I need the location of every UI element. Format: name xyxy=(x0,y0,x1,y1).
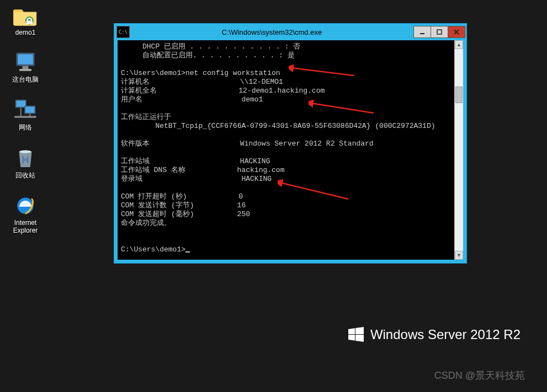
svg-rect-11 xyxy=(20,108,22,116)
os-branding: Windows Server 2012 R2 xyxy=(348,327,521,342)
folder-icon xyxy=(13,4,38,26)
cmd-line: COM 发送计数 (字节) 16 xyxy=(121,201,246,210)
this-pc[interactable]: 这台电脑 xyxy=(3,51,47,84)
computer-icon xyxy=(13,51,38,73)
cmd-line: 命令成功完成。 xyxy=(121,219,171,227)
icon-label: 回收站 xyxy=(15,171,35,180)
icon-label: demo1 xyxy=(15,29,36,36)
svg-rect-3 xyxy=(18,54,33,64)
cmd-line: COM 发送超时 (毫秒) 250 xyxy=(121,210,250,218)
cmd-line: 计算机全名 12-demo1.hacking.com xyxy=(121,87,325,95)
cmd-line: C:\Users\demo1>net config workstation xyxy=(121,69,280,77)
svg-rect-1 xyxy=(26,20,33,24)
cmd-window: C:\ C:\Windows\system32\cmd.exe DHCP 已启用… xyxy=(114,23,467,264)
cmd-line: 工作站正运行于 xyxy=(121,113,171,121)
annotation-arrow-1 xyxy=(289,65,355,78)
svg-point-13 xyxy=(19,150,31,153)
svg-rect-16 xyxy=(437,30,442,34)
ie-icon xyxy=(13,195,38,217)
recycle-bin[interactable]: 回收站 xyxy=(3,147,47,180)
annotation-arrow-2 xyxy=(309,100,375,115)
network[interactable]: 网络 xyxy=(3,99,47,132)
maximize-button[interactable] xyxy=(431,26,448,38)
cmd-prompt: C:\Users\demo1> xyxy=(121,245,185,254)
cmd-line: 用户名 demo1 xyxy=(121,95,263,104)
cmd-line: 计算机名 \\12-DEMO1 xyxy=(121,78,283,86)
svg-line-18 xyxy=(311,103,374,113)
close-button[interactable] xyxy=(448,26,465,38)
internet-explorer[interactable]: Internet Explorer xyxy=(3,195,47,234)
os-branding-text: Windows Server 2012 R2 xyxy=(370,327,521,342)
network-icon xyxy=(13,99,38,121)
svg-line-19 xyxy=(280,182,348,199)
svg-rect-15 xyxy=(420,33,424,34)
minimize-button[interactable] xyxy=(413,26,431,38)
cmd-line: NetBT_Tcpip_{CCF6766A-0799-4301-8A69-55F… xyxy=(121,122,436,130)
folder-demo1[interactable]: demo1 xyxy=(3,4,47,36)
svg-rect-12 xyxy=(29,114,30,116)
titlebar[interactable]: C:\ C:\Windows\system32\cmd.exe xyxy=(114,24,466,40)
icon-label: Internet Explorer xyxy=(13,219,38,234)
cmd-app-icon: C:\ xyxy=(116,26,130,38)
cmd-line: 工作站域 DNS 名称 hacking.com xyxy=(121,166,284,174)
scroll-down-button[interactable]: ▼ xyxy=(455,251,463,260)
cmd-line: DHCP 已启用 . . . . . . . . . . . : 否 xyxy=(121,42,300,51)
cmd-output[interactable]: DHCP 已启用 . . . . . . . . . . . : 否 自动配置已… xyxy=(118,40,454,260)
recycle-bin-icon xyxy=(13,147,38,169)
annotation-arrow-3 xyxy=(278,179,349,201)
icon-label: 网络 xyxy=(19,123,32,132)
cmd-line: 自动配置已启用. . . . . . . . . . : 是 xyxy=(121,51,295,60)
svg-rect-10 xyxy=(14,116,36,118)
cmd-line: 软件版本 Windows Server 2012 R2 Standard xyxy=(121,139,374,148)
window-title: C:\Windows\system32\cmd.exe xyxy=(130,28,414,36)
svg-rect-4 xyxy=(22,66,28,68)
window-buttons xyxy=(414,26,465,38)
cmd-line: COM 打开超时 (秒) 0 xyxy=(121,192,243,201)
scroll-up-button[interactable]: ▲ xyxy=(455,40,463,49)
svg-line-17 xyxy=(291,68,354,76)
scroll-track[interactable] xyxy=(455,49,463,251)
watermark-text: CSDN @景天科技苑 xyxy=(434,369,525,382)
icon-label: 这台电脑 xyxy=(12,75,39,84)
desktop-icons-column: demo1 这台电脑 网络 回收站 Internet Explorer xyxy=(3,4,47,249)
cmd-line: 登录域 HACKING xyxy=(121,175,272,183)
svg-rect-7 xyxy=(16,101,25,107)
scroll-thumb[interactable] xyxy=(455,87,463,103)
svg-rect-5 xyxy=(19,69,31,71)
svg-rect-9 xyxy=(25,107,34,113)
cmd-client-area: DHCP 已启用 . . . . . . . . . . . : 否 自动配置已… xyxy=(118,40,463,260)
vertical-scrollbar[interactable]: ▲ ▼ xyxy=(454,40,463,260)
cmd-line: 工作站域 HACKING xyxy=(121,157,270,165)
windows-logo-icon xyxy=(348,327,364,342)
cursor-icon xyxy=(185,251,190,253)
